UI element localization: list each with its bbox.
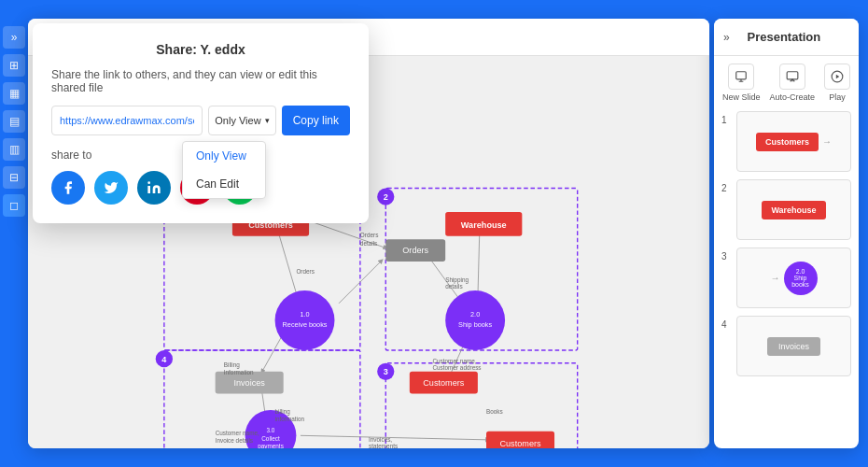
svg-text:Customers: Customers <box>499 439 541 448</box>
share-dropdown-popup: Only View Can Edit <box>182 141 266 199</box>
sidebar-icon-5[interactable]: ⊟ <box>3 166 25 189</box>
svg-text:Orders: Orders <box>360 232 378 238</box>
svg-text:3.0: 3.0 <box>267 427 275 433</box>
dropdown-option-only-view[interactable]: Only View <box>183 142 265 170</box>
svg-text:3: 3 <box>384 367 388 376</box>
new-slide-label: New Slide <box>722 92 761 102</box>
svg-text:Customer name,: Customer name, <box>216 430 259 436</box>
svg-text:Invoice details: Invoice details <box>216 437 253 444</box>
slide-number-1: 1 <box>721 111 731 125</box>
svg-text:Customers: Customers <box>423 378 465 388</box>
svg-text:1.0: 1.0 <box>300 310 309 318</box>
svg-text:2: 2 <box>384 192 388 202</box>
svg-text:Ship books: Ship books <box>458 320 492 329</box>
new-slide-action[interactable]: New Slide <box>722 64 761 102</box>
svg-text:Invoices,: Invoices, <box>369 436 392 443</box>
svg-text:information: information <box>275 416 305 422</box>
svg-point-59 <box>147 181 150 184</box>
slide-number-2: 2 <box>721 179 731 193</box>
share-link-row: Only View ▾ Copy link Only View Can Edit <box>51 106 350 135</box>
social-twitter-icon[interactable] <box>94 171 128 205</box>
svg-text:Books: Books <box>486 408 503 415</box>
svg-text:Customer name,: Customer name, <box>432 358 476 364</box>
slide-thumb-3[interactable]: → 2.0 Ship books <box>736 248 851 308</box>
share-description: Share the link to others, and they can v… <box>51 68 350 94</box>
sidebar-expand-icon[interactable]: » <box>3 26 25 49</box>
share-dropdown[interactable]: Only View ▾ <box>208 106 275 135</box>
svg-text:2.0: 2.0 <box>470 310 480 318</box>
slide-item-2: 2 Warehouse <box>721 179 851 240</box>
auto-create-icon <box>779 64 805 90</box>
dropdown-option-can-edit[interactable]: Can Edit <box>183 170 265 198</box>
svg-text:payments: payments <box>258 443 284 448</box>
play-action[interactable]: Play <box>824 64 850 102</box>
play-label: Play <box>829 92 846 102</box>
svg-text:details: details <box>360 240 377 247</box>
dropdown-chevron-icon: ▾ <box>265 116 270 125</box>
auto-create-label: Auto-Create <box>769 92 815 102</box>
share-modal: Share: Y. eddx Share the link to others,… <box>33 23 369 223</box>
sidebar-icon-3[interactable]: ▤ <box>3 110 25 133</box>
sidebar-icon-4[interactable]: ▥ <box>3 138 25 161</box>
sidebar-icon-1[interactable]: ⊞ <box>3 54 25 77</box>
social-linkedin-icon[interactable] <box>137 171 171 205</box>
svg-text:statements: statements <box>369 443 398 448</box>
svg-line-16 <box>478 235 480 299</box>
slide-thumb-4[interactable]: Invoices <box>736 316 851 376</box>
copy-link-button[interactable]: Copy link <box>282 106 350 135</box>
svg-text:Customer address: Customer address <box>432 364 481 371</box>
social-facebook-icon[interactable] <box>51 171 85 205</box>
slide-number-4: 4 <box>721 316 731 330</box>
panel-title: Presentation <box>747 30 820 44</box>
panel-actions: New Slide Auto-Create Play <box>721 64 851 102</box>
slide-thumb-2[interactable]: Warehouse <box>736 179 851 240</box>
svg-text:Orders: Orders <box>296 268 314 275</box>
play-icon <box>824 64 850 90</box>
share-link-input[interactable] <box>51 106 203 135</box>
svg-text:Collect: Collect <box>261 435 280 442</box>
dropdown-label: Only View <box>215 115 260 126</box>
auto-create-action[interactable]: Auto-Create <box>769 64 815 102</box>
svg-rect-60 <box>736 72 747 79</box>
svg-rect-63 <box>787 72 798 79</box>
sidebar-icon-6[interactable]: ◻ <box>3 194 25 217</box>
slide-item-1: 1 Customers → <box>721 111 851 172</box>
sidebar-icon-2[interactable]: ▦ <box>3 82 25 105</box>
slide-number-3: 3 <box>721 248 731 262</box>
share-modal-title: Share: Y. eddx <box>51 42 350 57</box>
svg-text:details: details <box>445 283 462 290</box>
panel-body: New Slide Auto-Create Play 1 Customers <box>714 56 859 448</box>
panel-expand-icon[interactable]: » <box>723 31 730 44</box>
svg-text:Receive books: Receive books <box>283 320 328 329</box>
svg-text:Information: Information <box>224 369 254 375</box>
svg-text:Orders: Orders <box>402 246 428 255</box>
panel-header: » Presentation <box>714 19 859 56</box>
slide-item-4: 4 Invoices <box>721 316 851 376</box>
slide-item-3: 3 → 2.0 Ship books <box>721 248 851 308</box>
svg-text:Invoices: Invoices <box>233 378 265 388</box>
svg-line-20 <box>301 435 488 440</box>
left-sidebar: » ⊞ ▦ ▤ ▥ ⊟ ◻ <box>0 19 28 448</box>
new-slide-icon <box>728 64 754 90</box>
svg-marker-66 <box>836 75 840 79</box>
right-panel: » Presentation New Slide Auto-Create <box>714 19 859 448</box>
slide-thumb-1[interactable]: Customers → <box>736 111 851 172</box>
svg-text:Warehouse: Warehouse <box>461 220 507 230</box>
svg-line-18 <box>262 333 284 372</box>
